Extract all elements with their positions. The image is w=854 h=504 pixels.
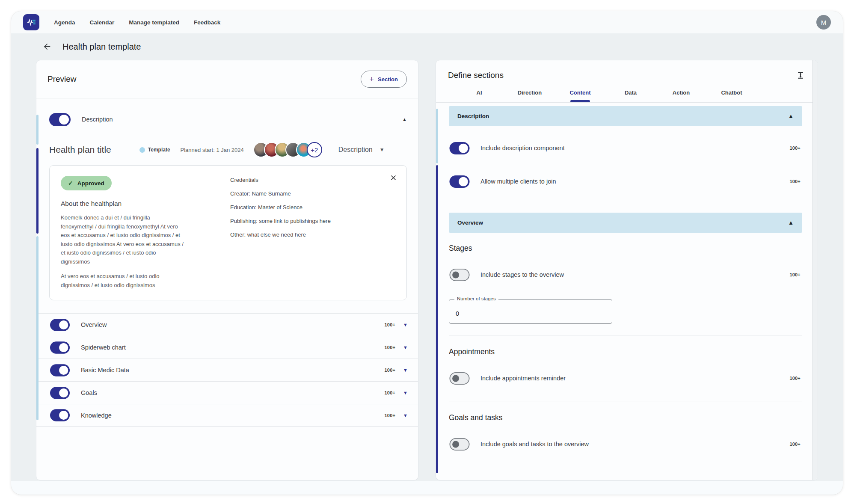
template-chip: Template xyxy=(139,147,170,153)
page-header: Health plan template xyxy=(36,33,818,60)
include-stages-toggle[interactable] xyxy=(450,268,470,281)
nav-item-agenda[interactable]: Agenda xyxy=(54,19,75,26)
include-appointments-toggle[interactable] xyxy=(450,372,470,384)
vertical-height-icon xyxy=(796,71,805,80)
nav-item-manage-templated[interactable]: Manage templated xyxy=(129,19,179,26)
overview-toggle[interactable] xyxy=(50,319,70,331)
template-dot-icon xyxy=(139,147,145,153)
collapse-caret-icon[interactable]: ▲ xyxy=(402,117,407,122)
group-heading-stages: Stages xyxy=(449,244,802,253)
section-row-label: Knowledge xyxy=(81,412,112,419)
resize-panel-button[interactable] xyxy=(796,71,805,80)
tab-label: Content xyxy=(569,89,590,96)
chevron-down-icon[interactable]: ▼ xyxy=(403,322,408,327)
tab-label: Chatbot xyxy=(721,89,742,96)
section-type-select[interactable]: Description ▼ xyxy=(338,146,385,154)
allow-multiple-clients-toggle[interactable] xyxy=(450,175,470,187)
add-section-button[interactable]: + Section xyxy=(361,71,407,88)
extra-avatars-badge[interactable]: +2 xyxy=(307,142,322,157)
close-button[interactable] xyxy=(390,174,397,183)
close-icon xyxy=(390,174,397,181)
group-heading-questionnaires: Questionnaires xyxy=(449,479,802,480)
group-heading-goals-and-tasks: Goals and tasks xyxy=(449,413,802,422)
description-preview-card: ✓ Approved About the healthplan Koemelk … xyxy=(49,165,407,300)
define-sections-panel: Define sections AI Direction xyxy=(436,60,818,480)
toggle-label: Include goals and tasks to the overview xyxy=(480,441,589,448)
scroll-indicator-light xyxy=(436,109,438,163)
toggle-label: Include appointments reminder xyxy=(480,375,566,382)
tab-direction[interactable]: Direction xyxy=(504,83,555,102)
section-row-label: Goals xyxy=(81,389,97,396)
health-plan-header: Health plan title Template Planned start… xyxy=(49,142,407,157)
tab-ai[interactable]: AI xyxy=(454,83,504,102)
avatar-group: +2 xyxy=(253,142,322,157)
planned-start-label: Planned start: 1 Jan 2024 xyxy=(181,147,244,153)
number-of-stages-field: Number of stages xyxy=(449,299,612,324)
description-row-label: Description xyxy=(82,116,113,123)
define-sections-body: Description ▲ Include description compon… xyxy=(436,106,818,473)
chevron-down-icon: ▼ xyxy=(380,147,385,153)
chevron-down-icon[interactable]: ▼ xyxy=(403,390,408,395)
status-badge: ✓ Approved xyxy=(61,176,112,190)
section-list: Overview 100+ ▼ Spiderweb chart 100+ ▼ xyxy=(36,313,418,427)
group-heading-appointments: Appointments xyxy=(449,347,802,356)
define-sections-title: Define sections xyxy=(448,71,504,80)
nav-item-calendar[interactable]: Calendar xyxy=(90,19,115,26)
chevron-down-icon[interactable]: ▼ xyxy=(403,413,408,418)
tab-action[interactable]: Action xyxy=(656,83,706,102)
section-row-overview: Overview 100+ ▼ xyxy=(36,313,418,336)
include-goals-tasks-row: Include goals and tasks to the overview … xyxy=(449,433,802,456)
group-divider xyxy=(449,335,802,335)
accordion-header-overview[interactable]: Overview ▲ xyxy=(449,213,802,233)
template-chip-label: Template xyxy=(148,147,170,153)
allow-multiple-clients-row: Allow multiple clients to join 100+ xyxy=(449,170,802,193)
define-tabs: AI Direction Content Data Action Chatbot xyxy=(436,83,818,102)
user-avatar[interactable]: M xyxy=(816,15,831,30)
include-appointments-row: Include appointments reminder 100+ xyxy=(449,367,802,390)
usage-count: 100+ xyxy=(385,390,396,395)
usage-count: 100+ xyxy=(385,368,396,373)
knowledge-toggle[interactable] xyxy=(50,409,70,421)
preview-header: Preview + Section xyxy=(36,60,418,98)
preview-title: Preview xyxy=(47,74,77,84)
spiderweb-chart-toggle[interactable] xyxy=(50,341,70,354)
app-window: Agenda Calendar Manage templated Feedbac… xyxy=(11,11,843,495)
section-row-label: Spiderweb chart xyxy=(81,344,126,351)
app-logo-icon[interactable] xyxy=(23,14,39,30)
scroll-indicator-light-top xyxy=(36,115,39,145)
scrollbar-gutter[interactable] xyxy=(812,60,818,480)
status-label: Approved xyxy=(77,180,104,187)
tab-content[interactable]: Content xyxy=(555,83,605,102)
goals-toggle[interactable] xyxy=(50,387,70,399)
chevron-down-icon[interactable]: ▼ xyxy=(403,368,408,373)
define-sections-header: Define sections xyxy=(436,60,818,83)
tab-chatbot[interactable]: Chatbot xyxy=(706,83,757,102)
nav-item-feedback[interactable]: Feedback xyxy=(194,19,220,26)
tab-data[interactable]: Data xyxy=(605,83,656,102)
basic-medic-data-toggle[interactable] xyxy=(50,364,70,377)
accordion-header-description[interactable]: Description ▲ xyxy=(449,106,802,126)
health-plan-block: Health plan title Template Planned start… xyxy=(36,134,418,300)
collapse-caret-icon: ▲ xyxy=(788,113,794,119)
usage-count: 100+ xyxy=(789,376,801,381)
accordion-label: Overview xyxy=(457,219,483,226)
credentials-line: Education: Master of Science xyxy=(230,204,331,210)
health-plan-title: Health plan title xyxy=(49,145,111,155)
toggle-label: Include description component xyxy=(480,145,565,151)
chevron-down-icon[interactable]: ▼ xyxy=(403,345,408,350)
include-goals-tasks-toggle[interactable] xyxy=(450,438,470,450)
usage-count: 100+ xyxy=(789,179,801,184)
back-button[interactable] xyxy=(41,41,53,53)
include-description-toggle[interactable] xyxy=(450,142,470,154)
usage-count: 100+ xyxy=(385,322,396,327)
include-stages-row: Include stages to the overview 100+ xyxy=(449,263,802,286)
field-label: Number of stages xyxy=(454,296,498,301)
credentials-line: Publishing: some link to publishings her… xyxy=(230,218,331,224)
description-toggle[interactable] xyxy=(49,113,71,126)
credentials-column: Credentials Creator: Name Surname Educat… xyxy=(230,176,331,290)
number-of-stages-input[interactable] xyxy=(449,299,612,323)
add-section-label: Section xyxy=(378,76,398,83)
toggle-label: Allow multiple clients to join xyxy=(480,178,556,185)
nav-links: Agenda Calendar Manage templated Feedbac… xyxy=(54,19,220,26)
section-row-spiderweb-chart: Spiderweb chart 100+ ▼ xyxy=(36,336,418,359)
